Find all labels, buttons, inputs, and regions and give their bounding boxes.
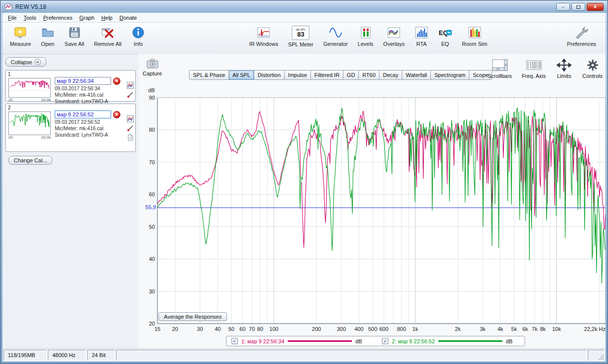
legend-item: ✓ 2: мар 9 22:56:52 dB <box>382 338 520 344</box>
tab-filtered-ir[interactable]: Filtered IR <box>311 70 343 80</box>
overlays-button[interactable]: Overlays <box>382 25 406 48</box>
menu-tools[interactable]: Tools <box>20 14 40 22</box>
menu-help[interactable]: Help <box>98 14 116 22</box>
notes-icon <box>127 134 134 141</box>
graph-legend: ✓ 1: мар 9 22:56:34 dB ✓ 2: мар 9 22:56:… <box>226 336 525 346</box>
levels-label: Levels <box>358 41 374 47</box>
room-sim-button[interactable]: Room Sim <box>460 25 489 48</box>
measurement-mic: Mic/Meter: mk-416.cal <box>55 125 124 132</box>
spl-graph[interactable]: dB908070605040302055,9152030405060708010… <box>143 85 606 335</box>
thumb-axis-min: 20 <box>8 98 13 102</box>
open-button[interactable]: Open <box>39 25 56 48</box>
average-responses-button[interactable]: Average the Responses <box>158 312 227 321</box>
tab-gd[interactable]: GD <box>343 70 359 80</box>
ir-windows-button[interactable]: IR Windows <box>248 25 280 48</box>
freq-axis-button[interactable]: Freq. Axis <box>522 59 546 79</box>
svg-text:70: 70 <box>149 159 155 165</box>
spl-meter-label: SPL Meter <box>288 41 314 47</box>
preferences-button[interactable]: Preferences <box>566 25 598 48</box>
generator-button[interactable]: Generator <box>322 25 349 48</box>
svg-text:70: 70 <box>249 326 255 332</box>
close-button[interactable]: ✕ <box>587 3 604 11</box>
trace-options-button[interactable] <box>126 81 134 89</box>
spl-meter-icon: dB SPL 83 <box>292 26 309 40</box>
tab-distortion[interactable]: Distortion <box>254 70 284 80</box>
tab-spl-phase[interactable]: SPL & Phase <box>189 70 229 80</box>
svg-text:3k: 3k <box>480 326 486 332</box>
save-all-button[interactable]: Save All <box>63 25 86 48</box>
window-title: REW V5,18 <box>15 3 46 10</box>
svg-text:2k: 2k <box>455 326 461 332</box>
pencil-icon <box>127 91 134 98</box>
measurement-name-input[interactable] <box>55 77 111 85</box>
preferences-label: Preferences <box>567 41 596 47</box>
svg-text:1k: 1k <box>413 326 418 332</box>
measurement-item[interactable]: 2 20 20,0k ✕ 09.03.2017 22:56:52 Mic/Met… <box>5 104 136 152</box>
svg-text:7k: 7k <box>532 326 538 332</box>
measurement-date: 09.03.2017 22:56:52 <box>55 119 124 125</box>
capture-button[interactable]: Capture <box>143 58 162 76</box>
minimize-button[interactable]: – <box>556 3 570 11</box>
legend-checkbox[interactable]: ✓ <box>382 338 388 344</box>
measurement-thumbnail[interactable] <box>8 78 51 98</box>
menu-donate[interactable]: Donate <box>116 14 140 22</box>
overlays-icon <box>387 26 401 39</box>
limits-button[interactable]: Limits <box>556 59 572 79</box>
rta-button[interactable]: RTA <box>413 25 430 48</box>
measurement-name-input[interactable] <box>55 110 111 118</box>
svg-text:80: 80 <box>149 127 155 133</box>
svg-text:40: 40 <box>215 326 221 332</box>
svg-text:60: 60 <box>239 326 245 332</box>
resize-grip[interactable] <box>599 355 604 360</box>
delete-measurement-button[interactable]: ✕ <box>113 77 120 85</box>
change-cal-button[interactable]: Change Cal... <box>8 156 52 165</box>
info-button[interactable]: Info <box>130 25 147 48</box>
collapse-label: Collapse <box>11 59 32 65</box>
legend-checkbox[interactable]: ✓ <box>231 338 238 344</box>
levels-button[interactable]: Levels <box>356 25 375 48</box>
measurement-thumbnail[interactable] <box>8 111 51 135</box>
collapse-button[interactable]: Collapse « <box>5 57 46 67</box>
tab-waterfall[interactable]: Waterfall <box>402 70 431 80</box>
eq-label: EQ <box>441 41 449 47</box>
svg-text:50: 50 <box>228 326 234 332</box>
open-folder-icon <box>41 26 55 39</box>
remove-all-button[interactable]: Remove All <box>93 25 123 48</box>
info-icon <box>131 26 145 39</box>
menu-file[interactable]: File <box>4 14 20 22</box>
menu-graph[interactable]: Graph <box>76 14 98 22</box>
ir-windows-label: IR Windows <box>249 41 278 47</box>
svg-text:4k: 4k <box>497 326 503 332</box>
trace-options-button[interactable] <box>126 115 134 122</box>
tab-decay[interactable]: Decay <box>380 70 402 80</box>
notes-button[interactable] <box>126 134 134 141</box>
limits-label: Limits <box>557 73 571 79</box>
maximize-button[interactable] <box>571 3 585 11</box>
delete-measurement-button[interactable]: ✕ <box>113 111 120 118</box>
measurement-item[interactable]: 1 20 20,0k ✕ 09.03.2017 22:56:34 Mic/Met… <box>5 70 136 102</box>
tab-spectrogram[interactable]: Spectrogram <box>431 70 469 80</box>
room-sim-label: Room Sim <box>462 41 487 47</box>
trace-edit-button[interactable] <box>126 91 134 98</box>
graph-tabs: SPL & Phase All SPL Distortion Impulse F… <box>189 70 492 80</box>
trace-edit-button[interactable] <box>126 124 134 132</box>
tab-all-spl[interactable]: All SPL <box>229 70 254 80</box>
controls-button[interactable]: Controls <box>582 59 603 79</box>
svg-text:500: 500 <box>368 326 377 332</box>
close-icon: ✕ <box>593 5 597 9</box>
client-area: File Tools Preferences Graph Help Donate… <box>2 13 606 362</box>
svg-text:55,9: 55,9 <box>146 204 156 210</box>
scrollbars-button[interactable]: Scrollbars <box>488 59 512 79</box>
mini-graph-icon <box>127 115 134 122</box>
rta-label: RTA <box>416 41 426 47</box>
measure-button[interactable]: Measure <box>8 25 33 48</box>
spl-meter-button[interactable]: dB SPL 83 SPL Meter <box>287 25 315 48</box>
status-bar: 118/195MB 48000 Hz 24 Bit <box>2 348 606 362</box>
overlays-label: Overlays <box>383 41 405 47</box>
tab-impulse[interactable]: Impulse <box>285 70 311 80</box>
tab-rt60[interactable]: RT60 <box>359 70 380 80</box>
eq-button[interactable]: EQ EQ <box>437 25 454 48</box>
thumb-axis-min: 20 <box>8 135 13 140</box>
menu-preferences[interactable]: Preferences <box>39 14 76 22</box>
svg-text:dB: dB <box>148 87 154 93</box>
